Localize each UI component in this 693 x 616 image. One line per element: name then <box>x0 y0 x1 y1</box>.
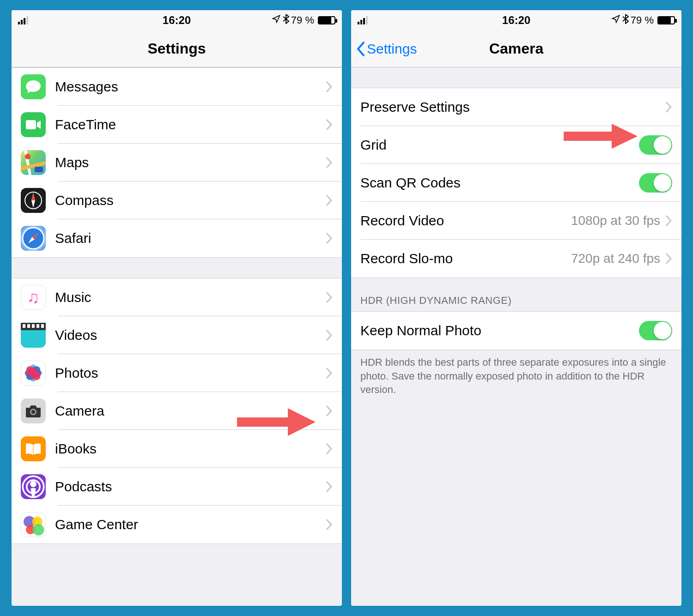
settings-group-1: Messages FaceTime Maps <box>12 67 342 258</box>
chevron-right-icon <box>325 367 333 379</box>
status-bar: 16:20 79 % <box>351 10 681 30</box>
battery-icon <box>318 16 335 24</box>
game-center-icon <box>21 512 46 537</box>
row-label: iBooks <box>55 441 325 457</box>
nav-bar: Settings Camera <box>351 30 681 67</box>
row-facetime[interactable]: FaceTime <box>12 106 342 144</box>
row-label: Scan QR Codes <box>360 175 639 191</box>
row-label: Keep Normal Photo <box>360 323 639 338</box>
chevron-right-icon <box>325 443 333 455</box>
svg-rect-0 <box>26 120 36 129</box>
row-maps[interactable]: Maps <box>12 144 342 181</box>
row-record-video[interactable]: Record Video 1080p at 30 fps <box>351 202 681 240</box>
svg-rect-2 <box>35 167 43 172</box>
row-label: Safari <box>55 230 325 246</box>
camera-group-hdr: Keep Normal Photo <box>351 311 681 350</box>
row-label: Game Center <box>55 517 325 532</box>
camera-group-1: Preserve Settings Grid Scan QR Codes Rec… <box>351 88 681 278</box>
camera-settings-screen: 16:20 79 % Settings Camera Preserve Sett… <box>351 10 681 606</box>
chevron-right-icon <box>665 253 672 265</box>
row-label: Camera <box>55 403 325 419</box>
status-bar: 16:20 79 % <box>12 10 342 30</box>
videos-icon <box>21 323 46 348</box>
settings-screen: 16:20 79 % Settings Messages <box>12 10 342 606</box>
row-photos[interactable]: Photos <box>12 354 342 392</box>
signal-icon <box>358 16 368 24</box>
row-label: Grid <box>360 137 639 153</box>
svg-rect-10 <box>36 324 39 328</box>
row-label: Record Slo-mo <box>360 251 571 266</box>
row-label: FaceTime <box>55 117 325 133</box>
row-camera[interactable]: Camera <box>12 392 342 430</box>
svg-point-21 <box>31 410 35 414</box>
svg-rect-7 <box>23 324 25 328</box>
hdr-section-header: HDR (HIGH DYNAMIC RANGE) <box>351 278 681 311</box>
chevron-right-icon <box>325 157 333 169</box>
row-label: Record Video <box>360 213 571 229</box>
ibooks-icon <box>21 436 46 461</box>
hdr-section-footer: HDR blends the best parts of three separ… <box>351 350 681 402</box>
photos-icon <box>21 361 46 386</box>
podcasts-icon <box>21 474 46 499</box>
row-keep-normal-photo[interactable]: Keep Normal Photo <box>351 312 681 350</box>
status-time: 16:20 <box>163 14 191 27</box>
chevron-right-icon <box>665 215 672 227</box>
svg-point-29 <box>33 524 44 536</box>
row-label: Messages <box>55 79 325 95</box>
page-title: Settings <box>147 40 206 57</box>
row-compass[interactable]: Compass <box>12 181 342 219</box>
maps-icon <box>21 150 46 175</box>
row-label: Maps <box>55 155 325 170</box>
page-title: Camera <box>489 40 543 57</box>
signal-icon <box>18 16 28 24</box>
safari-icon <box>21 226 46 251</box>
row-label: Podcasts <box>55 479 325 495</box>
chevron-right-icon <box>665 101 672 113</box>
settings-group-2: ♫ Music Videos Photos <box>12 278 342 544</box>
row-game-center[interactable]: Game Center <box>12 506 342 544</box>
row-detail: 720p at 240 fps <box>571 251 660 266</box>
row-label: Compass <box>55 193 325 208</box>
chevron-right-icon <box>325 329 333 341</box>
row-detail: 1080p at 30 fps <box>571 213 660 228</box>
svg-rect-8 <box>27 324 30 328</box>
row-scan-qr[interactable]: Scan QR Codes <box>351 164 681 202</box>
row-preserve-settings[interactable]: Preserve Settings <box>351 88 681 126</box>
row-grid[interactable]: Grid <box>351 126 681 164</box>
grid-toggle[interactable] <box>639 135 672 155</box>
chevron-right-icon <box>325 291 333 303</box>
chevron-right-icon <box>325 194 333 206</box>
keep-normal-toggle[interactable] <box>639 321 672 340</box>
compass-icon <box>21 188 46 213</box>
bluetooth-icon <box>622 14 629 27</box>
battery-icon <box>657 16 675 24</box>
row-messages[interactable]: Messages <box>12 68 342 106</box>
battery-percent: 79 % <box>291 14 314 26</box>
back-button[interactable]: Settings <box>356 41 417 57</box>
camera-icon <box>21 399 46 423</box>
bluetooth-icon <box>283 14 289 27</box>
svg-point-1 <box>25 154 30 159</box>
music-icon: ♫ <box>21 285 46 310</box>
row-ibooks[interactable]: iBooks <box>12 430 342 468</box>
messages-icon <box>21 74 46 99</box>
location-icon <box>611 14 620 26</box>
chevron-right-icon <box>325 232 333 244</box>
chevron-right-icon <box>325 481 333 493</box>
back-label: Settings <box>367 41 417 57</box>
row-safari[interactable]: Safari <box>12 219 342 257</box>
battery-percent: 79 % <box>631 14 654 26</box>
row-record-slomo[interactable]: Record Slo-mo 720p at 240 fps <box>351 240 681 278</box>
row-label: Music <box>55 290 325 305</box>
scan-qr-toggle[interactable] <box>639 173 672 193</box>
nav-bar: Settings <box>12 30 342 67</box>
chevron-right-icon <box>325 81 333 93</box>
row-music[interactable]: ♫ Music <box>12 278 342 316</box>
svg-rect-9 <box>32 324 35 328</box>
facetime-icon <box>21 112 46 137</box>
chevron-right-icon <box>325 405 333 417</box>
row-label: Videos <box>55 327 325 343</box>
chevron-right-icon <box>325 519 333 531</box>
row-podcasts[interactable]: Podcasts <box>12 468 342 506</box>
row-videos[interactable]: Videos <box>12 316 342 354</box>
